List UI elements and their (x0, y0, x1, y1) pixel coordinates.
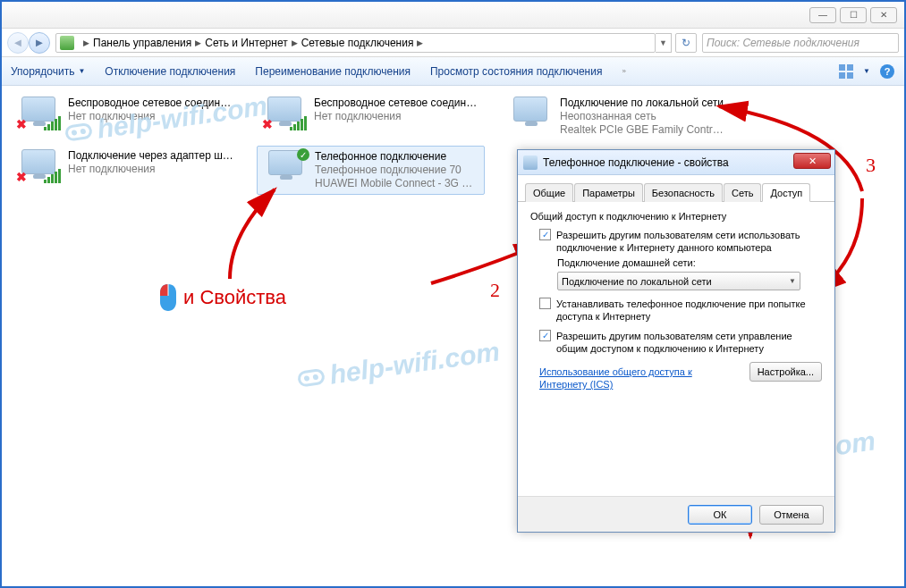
connection-name: Подключение по локальной сети (560, 97, 725, 110)
tab-security[interactable]: Безопасность (644, 183, 723, 202)
tab-general[interactable]: Общие (525, 183, 573, 202)
connection-device: HUAWEI Mobile Connect - 3G M... (315, 177, 478, 190)
view-status-button[interactable]: Просмотр состояния подключения» (430, 65, 626, 78)
close-button[interactable]: ✕ (870, 7, 897, 23)
mouse-icon (158, 283, 178, 312)
tab-parameters[interactable]: Параметры (574, 183, 643, 202)
nav-back-button[interactable]: ◄ (7, 32, 29, 54)
window-titlebar: — ☐ ✕ (2, 2, 904, 29)
adapter-icon (508, 97, 553, 130)
tab-network[interactable]: Сеть (724, 183, 761, 202)
rename-connection-button[interactable]: Переименование подключения (255, 65, 411, 78)
disable-connection-button[interactable]: Отключение подключения (105, 65, 235, 78)
connection-name: Подключение через адаптер широкополосной… (68, 149, 233, 163)
help-icon[interactable]: ? (879, 63, 895, 80)
address-bar: ◄ ► ▶Панель управления ▶Сеть и Интернет … (2, 29, 904, 57)
allow-control-checkbox[interactable] (539, 330, 551, 341)
svg-rect-1 (847, 64, 853, 71)
properties-dialog: Телефонное подключение - свойства ✕ Общи… (517, 149, 835, 533)
connection-device: Realtek PCIe GBE Family Controller (560, 123, 725, 137)
annotation-properties: и Свойства (158, 283, 286, 312)
organize-menu[interactable]: Упорядочить▼ (11, 65, 85, 78)
breadcrumb-seg[interactable]: Сетевые подключения (301, 37, 414, 49)
breadcrumb-seg[interactable]: Панель управления (93, 37, 191, 49)
connection-status: Телефонное подключение 70 (315, 164, 478, 177)
connection-status: Нет подключения (314, 110, 479, 123)
breadcrumb-seg[interactable]: Сеть и Интернет (205, 37, 287, 49)
dialog-close-button[interactable]: ✕ (793, 153, 831, 169)
adapter-icon: ✖ (262, 97, 307, 130)
connection-name: Беспроводное сетевое соединение (68, 97, 233, 110)
network-icon (60, 36, 74, 50)
connection-wifi3[interactable]: ✖ Беспроводное сетевое соединение 3Нет п… (257, 93, 485, 140)
adapter-icon: ✖ (16, 149, 61, 183)
tab-sharing[interactable]: Доступ (762, 183, 810, 202)
svg-text:?: ? (885, 66, 891, 77)
search-input[interactable]: Поиск: Сетевые подключения (702, 33, 899, 53)
allow-sharing-label: Разрешить другим пользователям сети испо… (556, 229, 822, 254)
connection-status: Нет подключения (68, 163, 233, 176)
allow-control-label: Разрешить другим пользователям сети упра… (556, 330, 822, 355)
ok-button[interactable]: ОК (688, 505, 752, 525)
dialog-tabs: Общие Параметры Безопасность Сеть Доступ (518, 182, 834, 202)
maximize-button[interactable]: ☐ (840, 7, 867, 23)
home-network-combo[interactable]: Подключение по локальной сети▼ (557, 272, 800, 290)
view-options-icon[interactable] (838, 63, 854, 80)
breadcrumb[interactable]: ▶Панель управления ▶Сеть и Интернет ▶Сет… (55, 33, 656, 53)
cancel-button[interactable]: Отмена (759, 505, 824, 525)
ics-help-link[interactable]: Использование общего доступа к Интернету… (539, 365, 718, 391)
refresh-button[interactable]: ↻ (675, 33, 697, 53)
connection-broadband[interactable]: ✖ Подключение через адаптер широкополосн… (11, 146, 239, 195)
dial-on-demand-label: Устанавливать телефонное подключение при… (556, 298, 822, 323)
home-network-label: Подключение домашней сети: (557, 257, 822, 268)
command-toolbar: Упорядочить▼ Отключение подключения Пере… (2, 57, 904, 86)
dialog-title: Телефонное подключение - свойства (543, 156, 729, 169)
sharing-group-title: Общий доступ к подключению к Интернету (530, 211, 822, 222)
connection-status: Нет подключения (68, 110, 233, 123)
adapter-icon: ✖ (16, 97, 61, 130)
connection-lan[interactable]: Подключение по локальной сетиНеопознанна… (503, 93, 731, 140)
connection-dialup[interactable]: ✓ Телефонное подключениеТелефонное подкл… (257, 146, 485, 195)
annotation-2: 2 (490, 279, 500, 302)
annotation-3: 3 (866, 154, 876, 177)
svg-rect-2 (839, 72, 845, 79)
allow-sharing-checkbox[interactable] (539, 229, 551, 240)
svg-rect-0 (839, 64, 845, 71)
dialog-icon (523, 155, 538, 170)
connection-netname: Неопознанная сеть (560, 110, 725, 123)
dial-on-demand-checkbox[interactable] (539, 298, 551, 309)
svg-rect-3 (847, 72, 853, 79)
connection-name: Беспроводное сетевое соединение 3 (314, 97, 479, 110)
dialog-titlebar[interactable]: Телефонное подключение - свойства ✕ (518, 150, 834, 175)
connection-name: Телефонное подключение (315, 150, 478, 164)
minimize-button[interactable]: — (809, 7, 836, 23)
breadcrumb-history-button[interactable]: ▼ (656, 33, 672, 53)
nav-forward-button[interactable]: ► (29, 32, 50, 54)
watermark: help-wifi.com (296, 336, 502, 394)
connection-wifi1[interactable]: ✖ Беспроводное сетевое соединениеНет под… (11, 93, 239, 140)
settings-button[interactable]: Настройка... (749, 362, 822, 382)
adapter-icon: ✓ (263, 150, 308, 184)
